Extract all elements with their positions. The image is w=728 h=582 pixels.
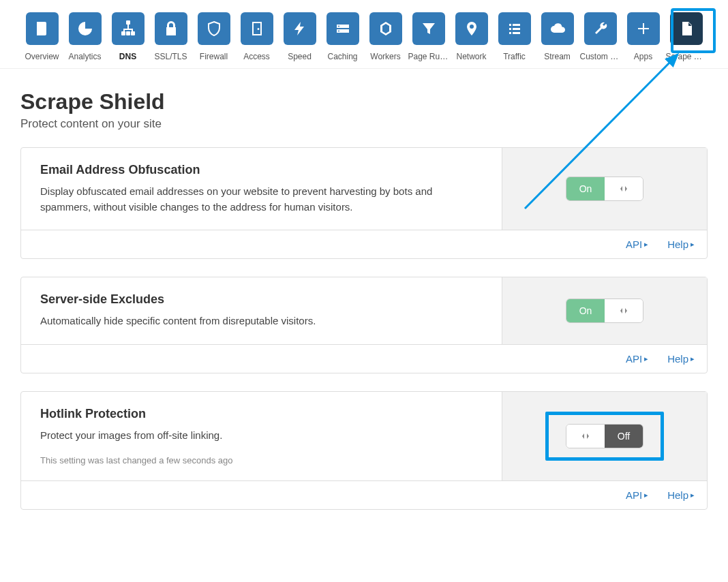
doc-icon (26, 12, 59, 45)
nav-item-access[interactable]: Access (235, 12, 278, 61)
card-side-panel: On (502, 148, 707, 230)
nav-label: Speed (288, 52, 312, 61)
nav-label: Apps (634, 52, 652, 61)
nav-label: Analytics (68, 52, 101, 61)
card-footer: API▸ Help▸ (21, 344, 707, 373)
caret-right-icon: ▸ (691, 354, 695, 363)
caret-right-icon: ▸ (691, 240, 695, 249)
nav-label: Scrape Shi… (666, 52, 707, 61)
setting-card: Email Address Obfuscation Display obfusc… (20, 147, 708, 259)
nav-label: Access (243, 52, 270, 61)
nav-label: Stream (544, 52, 571, 61)
setting-card: Hotlink Protection Protect your images f… (20, 391, 708, 510)
drive-icon (327, 12, 359, 45)
card-title: Email Address Obfuscation (40, 163, 483, 177)
bolt-icon (284, 12, 316, 45)
toggle-handle-icon (605, 299, 643, 322)
svg-rect-1 (121, 31, 125, 35)
card-footer: API▸ Help▸ (21, 230, 707, 258)
hex-icon (369, 12, 402, 45)
nav-label: Overview (25, 52, 59, 61)
plus-icon (627, 12, 660, 45)
nav-item-analytics[interactable]: Analytics (63, 12, 106, 61)
funnel-icon (412, 12, 445, 45)
card-title: Hotlink Protection (40, 407, 483, 421)
nav-item-custompages[interactable]: Custom P… (579, 12, 622, 61)
nav-label: Network (456, 52, 486, 61)
nav-item-workers[interactable]: Workers (364, 12, 407, 61)
toggle-switch[interactable]: On (566, 298, 643, 323)
nav-item-ssl[interactable]: SSL/TLS (149, 12, 192, 61)
api-link[interactable]: API▸ (626, 239, 648, 250)
help-link[interactable]: Help▸ (667, 239, 695, 250)
page-content: Scrape Shield Protect content on your si… (0, 69, 728, 548)
shield-icon (198, 12, 230, 45)
nav-label: Page Rules (408, 52, 449, 61)
page-subtitle: Protect content on your site (20, 117, 708, 131)
card-description: Automatically hide specific content from… (40, 313, 483, 329)
toggle-handle-icon (605, 177, 643, 200)
wrench-icon (584, 12, 617, 45)
pie-icon (69, 12, 102, 45)
card-note: This setting was last changed a few seco… (40, 455, 483, 465)
nav-item-scrapeshield[interactable]: Scrape Shi… (665, 12, 708, 61)
caret-right-icon: ▸ (644, 240, 648, 249)
nav-item-caching[interactable]: Caching (321, 12, 364, 61)
door-icon (241, 12, 273, 45)
help-link[interactable]: Help▸ (667, 489, 695, 501)
toggle-highlight-box: Off (545, 412, 664, 461)
nav-item-speed[interactable]: Speed (278, 12, 321, 61)
nav-item-apps[interactable]: Apps (622, 12, 665, 61)
nav-label: Workers (370, 52, 400, 61)
top-nav: Overview Analytics DNS SSL/TLS Firewall … (0, 0, 728, 69)
tree-icon (112, 12, 145, 45)
list-icon (498, 12, 531, 45)
nav-item-traffic[interactable]: Traffic (493, 12, 536, 61)
nav-label: SSL/TLS (154, 52, 187, 61)
toggle-switch[interactable]: On (566, 177, 643, 201)
caret-right-icon: ▸ (644, 491, 648, 500)
caret-right-icon: ▸ (644, 354, 648, 363)
toggle-label: On (566, 299, 605, 322)
nav-item-dns[interactable]: DNS (106, 12, 149, 61)
card-side-panel: On (502, 277, 707, 344)
nav-item-stream[interactable]: Stream (536, 12, 579, 61)
api-link[interactable]: API▸ (626, 353, 648, 365)
nav-item-firewall[interactable]: Firewall (192, 12, 235, 61)
svg-rect-0 (126, 20, 130, 25)
card-description: Display obfuscated email addresses on yo… (40, 184, 483, 215)
nav-label: Firewall (200, 52, 228, 61)
lock-icon (155, 12, 187, 45)
toggle-handle-icon (566, 425, 605, 448)
nav-label: Traffic (503, 52, 526, 61)
help-link[interactable]: Help▸ (667, 353, 695, 365)
page-icon (670, 12, 703, 45)
toggle-label: On (566, 177, 605, 200)
pin-icon (455, 12, 488, 45)
card-description: Protect your images from off-site linkin… (40, 428, 483, 444)
cloud-icon (541, 12, 574, 45)
caret-right-icon: ▸ (691, 491, 695, 500)
nav-item-overview[interactable]: Overview (20, 12, 63, 61)
nav-label: Custom P… (580, 52, 621, 61)
nav-label: DNS (119, 52, 136, 61)
card-footer: API▸ Help▸ (21, 480, 707, 509)
toggle-switch[interactable]: Off (566, 424, 643, 448)
card-side-panel: Off (502, 392, 707, 481)
card-title: Server-side Excludes (40, 292, 483, 307)
svg-rect-3 (131, 31, 135, 35)
nav-item-pagerules[interactable]: Page Rules (407, 12, 450, 61)
svg-rect-2 (126, 31, 130, 35)
setting-card: Server-side Excludes Automatically hide … (20, 277, 708, 373)
nav-item-network[interactable]: Network (450, 12, 493, 61)
api-link[interactable]: API▸ (626, 489, 648, 501)
toggle-label: Off (605, 425, 643, 448)
page-title: Scrape Shield (20, 89, 708, 114)
nav-label: Caching (327, 52, 357, 61)
